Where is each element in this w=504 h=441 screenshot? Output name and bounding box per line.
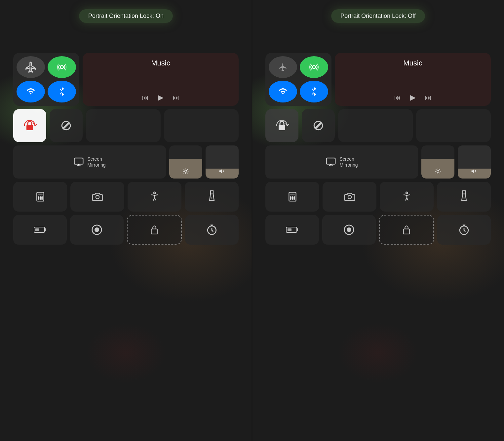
right-icon-row-1 bbox=[265, 182, 491, 212]
svg-point-61 bbox=[406, 192, 408, 194]
left-do-not-disturb-button[interactable] bbox=[50, 109, 83, 142]
right-cellular-button[interactable] bbox=[300, 56, 328, 78]
right-wifi-button[interactable] bbox=[269, 81, 297, 102]
right-music-block[interactable]: Music ⏮ ▶ ⏭ bbox=[335, 53, 491, 106]
left-brightness-slider[interactable] bbox=[169, 145, 202, 179]
svg-marker-51 bbox=[472, 169, 474, 173]
svg-point-58 bbox=[292, 198, 293, 199]
svg-line-11 bbox=[184, 169, 184, 170]
left-rewind-button[interactable]: ⏮ bbox=[142, 94, 149, 101]
right-panel: Portrait Orientation Lock: Off bbox=[252, 0, 504, 441]
left-screen-mirror-button[interactable]: ScreenMirroring bbox=[13, 145, 166, 179]
left-screen-mirror-label: ScreenMirroring bbox=[87, 156, 105, 168]
left-empty-btn-1 bbox=[86, 109, 161, 142]
svg-point-20 bbox=[42, 197, 43, 198]
svg-point-23 bbox=[42, 198, 43, 199]
svg-point-18 bbox=[38, 197, 39, 198]
svg-point-22 bbox=[40, 198, 41, 199]
right-rotation-lock-button[interactable] bbox=[265, 109, 298, 142]
right-screen-mirror-label: ScreenMirroring bbox=[339, 156, 358, 168]
svg-line-49 bbox=[436, 173, 437, 174]
svg-line-1 bbox=[60, 89, 62, 91]
right-icon-row-2 bbox=[265, 215, 491, 245]
left-accessibility-button[interactable] bbox=[128, 182, 181, 212]
right-notification-pill: Portrait Orientation Lock: Off bbox=[331, 9, 425, 23]
left-music-block[interactable]: Music ⏮ ▶ ⏭ bbox=[83, 53, 239, 106]
left-empty-btn-2 bbox=[164, 109, 239, 142]
right-battery-button[interactable] bbox=[265, 215, 319, 245]
left-play-button[interactable]: ▶ bbox=[158, 93, 164, 102]
right-portrait-lock-button[interactable] bbox=[379, 215, 434, 245]
left-screen-record-button[interactable] bbox=[70, 215, 124, 245]
svg-point-60 bbox=[348, 195, 351, 199]
left-camera-button[interactable] bbox=[70, 182, 124, 212]
right-bluetooth-button[interactable] bbox=[300, 81, 328, 102]
left-timer-button[interactable] bbox=[185, 215, 239, 245]
left-portrait-lock-button[interactable] bbox=[127, 215, 182, 245]
right-calculator-button[interactable] bbox=[265, 182, 319, 212]
right-top-row: Music ⏮ ▶ ⏭ bbox=[265, 53, 491, 106]
left-third-row: ScreenMirroring bbox=[13, 145, 239, 179]
left-second-row bbox=[13, 109, 239, 142]
right-music-title: Music bbox=[403, 59, 422, 67]
svg-point-57 bbox=[290, 198, 291, 199]
svg-line-47 bbox=[436, 169, 437, 170]
right-empty-btn-2 bbox=[416, 109, 491, 142]
left-battery-button[interactable] bbox=[13, 215, 67, 245]
svg-point-21 bbox=[38, 198, 39, 199]
left-airplane-mode-button[interactable] bbox=[17, 56, 45, 78]
left-panel: Portrait Orientation Lock: On bbox=[0, 0, 252, 441]
right-control-center: Music ⏮ ▶ ⏭ bbox=[265, 53, 491, 245]
svg-rect-3 bbox=[26, 125, 33, 130]
svg-point-6 bbox=[185, 170, 187, 173]
right-screen-mirror-button[interactable]: ScreenMirroring bbox=[265, 145, 418, 179]
right-fast-forward-button[interactable]: ⏭ bbox=[425, 94, 432, 101]
right-volume-slider[interactable] bbox=[458, 145, 491, 179]
left-music-controls: ⏮ ▶ ⏭ bbox=[142, 93, 179, 102]
right-rewind-button[interactable]: ⏮ bbox=[394, 94, 401, 101]
right-music-controls: ⏮ ▶ ⏭ bbox=[394, 93, 432, 102]
svg-rect-40 bbox=[327, 158, 335, 164]
svg-point-55 bbox=[292, 197, 293, 198]
svg-rect-17 bbox=[38, 194, 42, 195]
left-connectivity-block bbox=[13, 53, 79, 106]
left-rotation-lock-button[interactable] bbox=[13, 109, 46, 142]
left-icon-row-1 bbox=[13, 182, 239, 212]
left-cellular-button[interactable] bbox=[48, 56, 76, 78]
right-accessibility-button[interactable] bbox=[380, 182, 434, 212]
right-brightness-slider[interactable] bbox=[421, 145, 454, 179]
svg-rect-39 bbox=[279, 125, 285, 130]
right-camera-button[interactable] bbox=[323, 182, 376, 212]
left-notification-pill: Portrait Orientation Lock: On bbox=[79, 9, 173, 23]
svg-rect-29 bbox=[35, 228, 39, 231]
left-calculator-button[interactable] bbox=[13, 182, 67, 212]
svg-rect-32 bbox=[151, 229, 158, 234]
svg-point-25 bbox=[154, 192, 156, 194]
right-timer-button[interactable] bbox=[437, 215, 491, 245]
svg-rect-53 bbox=[290, 194, 294, 195]
svg-line-14 bbox=[187, 169, 188, 170]
svg-rect-4 bbox=[74, 158, 83, 164]
right-airplane-mode-button[interactable] bbox=[269, 56, 297, 78]
left-fast-forward-button[interactable]: ⏭ bbox=[173, 94, 179, 101]
left-volume-slider[interactable] bbox=[206, 145, 239, 179]
svg-point-67 bbox=[347, 227, 351, 232]
svg-rect-26 bbox=[210, 190, 213, 194]
right-do-not-disturb-button[interactable] bbox=[302, 109, 335, 142]
svg-line-50 bbox=[440, 169, 440, 170]
left-flashlight-button[interactable] bbox=[185, 182, 239, 212]
right-screen-record-button[interactable] bbox=[322, 215, 376, 245]
svg-line-13 bbox=[184, 173, 184, 174]
svg-rect-68 bbox=[404, 229, 410, 234]
left-wifi-button[interactable] bbox=[17, 81, 45, 102]
right-flashlight-button[interactable] bbox=[437, 182, 491, 212]
right-play-button[interactable]: ▶ bbox=[410, 93, 416, 102]
left-bluetooth-button[interactable] bbox=[48, 81, 76, 102]
svg-rect-65 bbox=[288, 228, 291, 231]
svg-point-42 bbox=[437, 170, 439, 173]
svg-point-0 bbox=[60, 65, 63, 68]
svg-line-48 bbox=[440, 173, 440, 174]
svg-line-38 bbox=[312, 93, 314, 94]
left-top-row: Music ⏮ ▶ ⏭ bbox=[13, 53, 239, 106]
svg-marker-15 bbox=[219, 169, 222, 173]
